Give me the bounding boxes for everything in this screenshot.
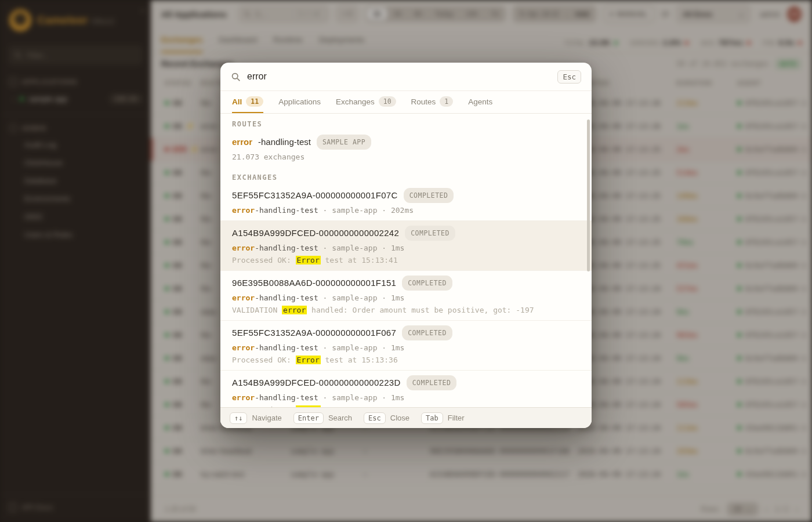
modal-search-header: Esc	[220, 63, 592, 90]
detail-pre: VALIDATION	[232, 306, 282, 314]
status-badge: COMPLETED	[407, 375, 457, 390]
modal-filter-tabs: All11ApplicationsExchanges10Routes1Agent…	[220, 90, 592, 114]
kbd-search: Enter	[293, 412, 324, 424]
match-text: error	[232, 293, 255, 302]
scrollbar-thumb[interactable]	[587, 119, 590, 271]
highlight-match: error	[282, 306, 307, 314]
exchange-result-item[interactable]: 5EF55FC31352A9A-000000000001F067COMPLETE…	[220, 321, 592, 371]
modal-results: ROUTESerror-handling-testSAMPLE APP21.07…	[220, 114, 592, 407]
search-modal: Esc All11ApplicationsExchanges10Routes1A…	[220, 63, 592, 428]
detail-post: test at 15:13:41	[321, 256, 398, 264]
modal-tab-applications[interactable]: Applications	[278, 91, 321, 113]
modal-tab-label: All	[232, 97, 242, 106]
exchange-id-text: 96E395B0088AA6D-000000000001F151	[232, 277, 396, 289]
exchange-meta: · sample-app · 1ms	[318, 393, 405, 402]
exchange-result-sub: error-handling-test · sample-app · 1ms	[232, 293, 580, 303]
route-result-title: error-handling-testSAMPLE APP	[232, 135, 580, 150]
route-name-rest: -handling-test	[255, 343, 318, 352]
modal-search-input[interactable]	[247, 71, 551, 82]
hint-close: EscClose	[364, 412, 409, 424]
kbd-navigate: ↑↓	[230, 412, 247, 424]
status-badge: COMPLETED	[405, 226, 455, 241]
modal-tab-routes[interactable]: Routes1	[411, 91, 454, 113]
route-name-rest: -handling-test	[258, 136, 311, 148]
exchanges-section-label: EXCHANGES	[232, 173, 580, 182]
hint-label: Filter	[448, 414, 465, 422]
modal-tab-label: Exchanges	[336, 97, 375, 106]
modal-tab-label: Applications	[278, 97, 321, 106]
hint-navigate: ↑↓Navigate	[230, 412, 282, 424]
exchange-result-item[interactable]: A154B9A999DFCED-000000000000223DCOMPLETE…	[220, 371, 592, 407]
exchange-result-detail: Processed OK: Error test at 15:13:41	[232, 255, 580, 266]
detail-post: test at 15:13:36	[321, 356, 398, 364]
exchange-meta: · sample-app · 202ms	[318, 206, 414, 215]
highlight-match: Error	[296, 405, 321, 407]
detail-post: test at 15:13:36	[321, 405, 398, 407]
match-text: error	[232, 136, 252, 148]
status-badge: COMPLETED	[404, 188, 454, 203]
exchange-id-text: A154B9A999DFCED-000000000000223D	[232, 377, 401, 389]
status-badge: COMPLETED	[402, 325, 452, 340]
exchange-meta: · sample-app · 1ms	[318, 293, 405, 302]
search-icon	[231, 72, 241, 82]
exchange-result-item[interactable]: A154B9A999DFCED-0000000000002242COMPLETE…	[220, 221, 592, 271]
modal-tab-count-badge: 11	[246, 96, 263, 107]
exchange-result-sub: error-handling-test · sample-app · 202ms	[232, 205, 580, 216]
exchange-result-id: 96E395B0088AA6D-000000000001F151COMPLETE…	[232, 276, 580, 291]
esc-kbd[interactable]: Esc	[557, 70, 581, 84]
route-name-rest: -handling-test	[255, 393, 318, 402]
hint-label: Close	[390, 414, 409, 422]
modal-footer-hints: ↑↓NavigateEnterSearchEscCloseTabFilter	[220, 407, 592, 428]
exchange-result-id: A154B9A999DFCED-000000000000223DCOMPLETE…	[232, 375, 580, 390]
route-result-item[interactable]: error-handling-testSAMPLE APP21.073 exch…	[220, 130, 592, 167]
detail-pre: Processed OK:	[232, 256, 296, 264]
status-badge: COMPLETED	[402, 276, 452, 291]
kbd-filter: Tab	[421, 412, 443, 424]
modal-tab-label: Routes	[411, 97, 436, 106]
modal-tab-agents[interactable]: Agents	[468, 91, 492, 113]
route-name-rest: -handling-test	[255, 293, 318, 302]
exchange-meta: · sample-app · 1ms	[318, 244, 405, 252]
match-text: error	[232, 393, 255, 402]
exchange-id-text: A154B9A999DFCED-0000000000002242	[232, 227, 399, 239]
modal-tab-count-badge: 10	[379, 96, 396, 107]
exchange-result-detail: Processed OK: Error test at 15:13:36	[232, 405, 580, 407]
exchange-meta: · sample-app · 1ms	[318, 343, 405, 352]
exchange-result-item[interactable]: 96E395B0088AA6D-000000000001F151COMPLETE…	[220, 271, 592, 321]
exchange-id-text: 5EF55FC31352A9A-000000000001F067	[232, 327, 396, 339]
exchange-result-detail: Processed OK: Error test at 15:13:36	[232, 355, 580, 365]
route-name-rest: -handling-test	[255, 244, 318, 252]
detail-post: handled: Order amount must be positive, …	[307, 306, 534, 314]
route-name-rest: -handling-test	[255, 206, 318, 215]
exchange-result-id: A154B9A999DFCED-0000000000002242COMPLETE…	[232, 226, 580, 241]
modal-tab-label: Agents	[468, 97, 492, 106]
highlight-match: Error	[296, 256, 321, 264]
hint-search: EnterSearch	[293, 412, 352, 424]
routes-section-label: ROUTES	[232, 119, 580, 129]
match-text: error	[232, 343, 255, 352]
exchange-result-item[interactable]: 5EF55FC31352A9A-000000000001F07CCOMPLETE…	[220, 183, 592, 221]
modal-tab-exchanges[interactable]: Exchanges10	[336, 91, 396, 113]
exchange-result-sub: error-handling-test · sample-app · 1ms	[232, 343, 580, 353]
exchange-result-detail: VALIDATION error handled: Order amount m…	[232, 305, 580, 316]
kbd-close: Esc	[364, 412, 386, 424]
match-text: error	[232, 244, 255, 252]
detail-pre: Processed OK:	[232, 356, 296, 364]
route-result-sub: 21.073 exchanges	[232, 152, 580, 162]
hint-label: Navigate	[252, 414, 281, 422]
exchange-result-id: 5EF55FC31352A9A-000000000001F067COMPLETE…	[232, 325, 580, 340]
hint-label: Search	[328, 414, 352, 422]
exchange-result-id: 5EF55FC31352A9A-000000000001F07CCOMPLETE…	[232, 188, 580, 203]
match-text: error	[232, 206, 255, 215]
sample-app-badge: SAMPLE APP	[317, 135, 371, 150]
modal-tab-count-badge: 1	[440, 96, 453, 107]
highlight-match: Error	[296, 356, 321, 364]
modal-tab-all[interactable]: All11	[232, 91, 263, 113]
hint-filter: TabFilter	[421, 412, 465, 424]
exchange-result-sub: error-handling-test · sample-app · 1ms	[232, 243, 580, 253]
exchange-id-text: 5EF55FC31352A9A-000000000001F07C	[232, 190, 398, 201]
exchange-result-sub: error-handling-test · sample-app · 1ms	[232, 393, 580, 403]
detail-pre: Processed OK:	[232, 405, 296, 407]
